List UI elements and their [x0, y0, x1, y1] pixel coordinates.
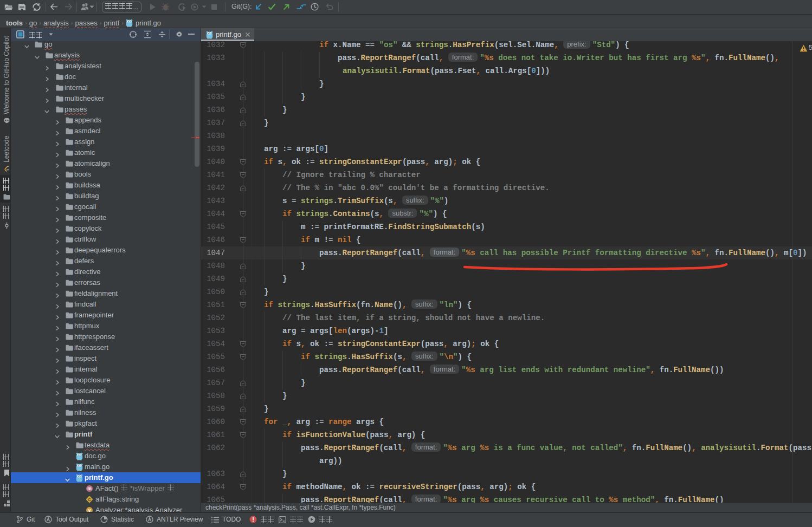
svg-text:m: m — [87, 486, 92, 491]
svg-text:C: C — [88, 497, 91, 502]
svg-text:v: v — [88, 508, 91, 512]
